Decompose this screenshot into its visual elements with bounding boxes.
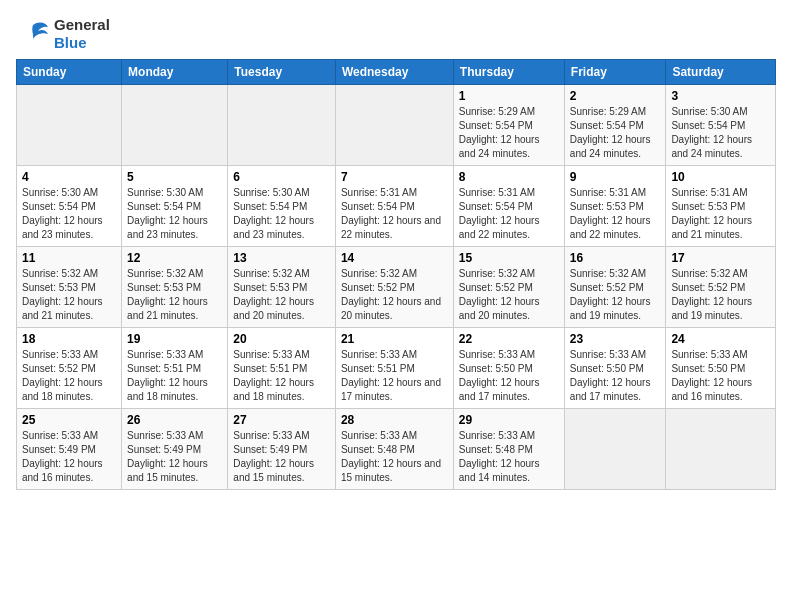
day-info: Sunrise: 5:30 AM Sunset: 5:54 PM Dayligh… [233, 186, 330, 242]
day-number: 29 [459, 413, 559, 427]
day-number: 7 [341, 170, 448, 184]
day-number: 28 [341, 413, 448, 427]
header-tuesday: Tuesday [228, 60, 336, 85]
calendar-cell: 18Sunrise: 5:33 AM Sunset: 5:52 PM Dayli… [17, 328, 122, 409]
calendar-cell: 26Sunrise: 5:33 AM Sunset: 5:49 PM Dayli… [122, 409, 228, 490]
calendar-cell: 24Sunrise: 5:33 AM Sunset: 5:50 PM Dayli… [666, 328, 776, 409]
calendar-cell: 9Sunrise: 5:31 AM Sunset: 5:53 PM Daylig… [564, 166, 666, 247]
day-number: 3 [671, 89, 770, 103]
calendar-cell [335, 85, 453, 166]
day-number: 6 [233, 170, 330, 184]
day-info: Sunrise: 5:32 AM Sunset: 5:53 PM Dayligh… [22, 267, 116, 323]
calendar-cell: 28Sunrise: 5:33 AM Sunset: 5:48 PM Dayli… [335, 409, 453, 490]
day-info: Sunrise: 5:33 AM Sunset: 5:50 PM Dayligh… [671, 348, 770, 404]
calendar-cell: 23Sunrise: 5:33 AM Sunset: 5:50 PM Dayli… [564, 328, 666, 409]
day-info: Sunrise: 5:33 AM Sunset: 5:48 PM Dayligh… [459, 429, 559, 485]
day-number: 27 [233, 413, 330, 427]
calendar-header-row: SundayMondayTuesdayWednesdayThursdayFrid… [17, 60, 776, 85]
calendar-cell: 21Sunrise: 5:33 AM Sunset: 5:51 PM Dayli… [335, 328, 453, 409]
day-info: Sunrise: 5:32 AM Sunset: 5:52 PM Dayligh… [459, 267, 559, 323]
page-header: General Blue [16, 16, 776, 51]
header-wednesday: Wednesday [335, 60, 453, 85]
calendar-cell: 11Sunrise: 5:32 AM Sunset: 5:53 PM Dayli… [17, 247, 122, 328]
calendar-cell: 29Sunrise: 5:33 AM Sunset: 5:48 PM Dayli… [453, 409, 564, 490]
header-thursday: Thursday [453, 60, 564, 85]
calendar-cell: 13Sunrise: 5:32 AM Sunset: 5:53 PM Dayli… [228, 247, 336, 328]
day-info: Sunrise: 5:29 AM Sunset: 5:54 PM Dayligh… [570, 105, 661, 161]
header-monday: Monday [122, 60, 228, 85]
day-info: Sunrise: 5:31 AM Sunset: 5:54 PM Dayligh… [341, 186, 448, 242]
day-number: 19 [127, 332, 222, 346]
day-number: 22 [459, 332, 559, 346]
logo-bird-icon [16, 17, 50, 51]
calendar-cell: 6Sunrise: 5:30 AM Sunset: 5:54 PM Daylig… [228, 166, 336, 247]
day-number: 21 [341, 332, 448, 346]
day-info: Sunrise: 5:31 AM Sunset: 5:54 PM Dayligh… [459, 186, 559, 242]
calendar-cell [17, 85, 122, 166]
calendar-cell: 14Sunrise: 5:32 AM Sunset: 5:52 PM Dayli… [335, 247, 453, 328]
day-number: 26 [127, 413, 222, 427]
day-info: Sunrise: 5:30 AM Sunset: 5:54 PM Dayligh… [671, 105, 770, 161]
day-info: Sunrise: 5:31 AM Sunset: 5:53 PM Dayligh… [570, 186, 661, 242]
day-info: Sunrise: 5:33 AM Sunset: 5:49 PM Dayligh… [127, 429, 222, 485]
day-number: 8 [459, 170, 559, 184]
calendar-cell [564, 409, 666, 490]
calendar-cell: 27Sunrise: 5:33 AM Sunset: 5:49 PM Dayli… [228, 409, 336, 490]
calendar-table: SundayMondayTuesdayWednesdayThursdayFrid… [16, 59, 776, 490]
day-info: Sunrise: 5:32 AM Sunset: 5:52 PM Dayligh… [570, 267, 661, 323]
day-number: 25 [22, 413, 116, 427]
week-row-2: 4Sunrise: 5:30 AM Sunset: 5:54 PM Daylig… [17, 166, 776, 247]
day-number: 15 [459, 251, 559, 265]
calendar-cell [122, 85, 228, 166]
day-info: Sunrise: 5:32 AM Sunset: 5:53 PM Dayligh… [127, 267, 222, 323]
day-number: 9 [570, 170, 661, 184]
day-info: Sunrise: 5:33 AM Sunset: 5:49 PM Dayligh… [233, 429, 330, 485]
week-row-4: 18Sunrise: 5:33 AM Sunset: 5:52 PM Dayli… [17, 328, 776, 409]
day-number: 24 [671, 332, 770, 346]
day-number: 5 [127, 170, 222, 184]
day-info: Sunrise: 5:31 AM Sunset: 5:53 PM Dayligh… [671, 186, 770, 242]
week-row-3: 11Sunrise: 5:32 AM Sunset: 5:53 PM Dayli… [17, 247, 776, 328]
calendar-cell: 4Sunrise: 5:30 AM Sunset: 5:54 PM Daylig… [17, 166, 122, 247]
day-info: Sunrise: 5:30 AM Sunset: 5:54 PM Dayligh… [22, 186, 116, 242]
day-number: 14 [341, 251, 448, 265]
day-info: Sunrise: 5:33 AM Sunset: 5:50 PM Dayligh… [459, 348, 559, 404]
day-number: 23 [570, 332, 661, 346]
calendar-cell: 3Sunrise: 5:30 AM Sunset: 5:54 PM Daylig… [666, 85, 776, 166]
day-number: 13 [233, 251, 330, 265]
calendar-cell: 16Sunrise: 5:32 AM Sunset: 5:52 PM Dayli… [564, 247, 666, 328]
day-info: Sunrise: 5:33 AM Sunset: 5:51 PM Dayligh… [341, 348, 448, 404]
day-info: Sunrise: 5:33 AM Sunset: 5:49 PM Dayligh… [22, 429, 116, 485]
day-number: 1 [459, 89, 559, 103]
calendar-cell: 25Sunrise: 5:33 AM Sunset: 5:49 PM Dayli… [17, 409, 122, 490]
week-row-5: 25Sunrise: 5:33 AM Sunset: 5:49 PM Dayli… [17, 409, 776, 490]
calendar-cell [666, 409, 776, 490]
calendar-cell: 20Sunrise: 5:33 AM Sunset: 5:51 PM Dayli… [228, 328, 336, 409]
day-number: 11 [22, 251, 116, 265]
week-row-1: 1Sunrise: 5:29 AM Sunset: 5:54 PM Daylig… [17, 85, 776, 166]
calendar-cell: 2Sunrise: 5:29 AM Sunset: 5:54 PM Daylig… [564, 85, 666, 166]
day-info: Sunrise: 5:29 AM Sunset: 5:54 PM Dayligh… [459, 105, 559, 161]
header-sunday: Sunday [17, 60, 122, 85]
day-number: 17 [671, 251, 770, 265]
calendar-cell: 8Sunrise: 5:31 AM Sunset: 5:54 PM Daylig… [453, 166, 564, 247]
calendar-cell: 19Sunrise: 5:33 AM Sunset: 5:51 PM Dayli… [122, 328, 228, 409]
day-info: Sunrise: 5:33 AM Sunset: 5:52 PM Dayligh… [22, 348, 116, 404]
day-info: Sunrise: 5:33 AM Sunset: 5:48 PM Dayligh… [341, 429, 448, 485]
logo-general: General [54, 16, 110, 33]
calendar-cell: 5Sunrise: 5:30 AM Sunset: 5:54 PM Daylig… [122, 166, 228, 247]
calendar-cell: 12Sunrise: 5:32 AM Sunset: 5:53 PM Dayli… [122, 247, 228, 328]
day-info: Sunrise: 5:30 AM Sunset: 5:54 PM Dayligh… [127, 186, 222, 242]
day-info: Sunrise: 5:33 AM Sunset: 5:50 PM Dayligh… [570, 348, 661, 404]
header-friday: Friday [564, 60, 666, 85]
calendar-cell: 7Sunrise: 5:31 AM Sunset: 5:54 PM Daylig… [335, 166, 453, 247]
day-number: 2 [570, 89, 661, 103]
day-number: 10 [671, 170, 770, 184]
header-saturday: Saturday [666, 60, 776, 85]
day-number: 16 [570, 251, 661, 265]
calendar-cell [228, 85, 336, 166]
day-number: 12 [127, 251, 222, 265]
calendar-cell: 22Sunrise: 5:33 AM Sunset: 5:50 PM Dayli… [453, 328, 564, 409]
calendar-cell: 15Sunrise: 5:32 AM Sunset: 5:52 PM Dayli… [453, 247, 564, 328]
calendar-cell: 1Sunrise: 5:29 AM Sunset: 5:54 PM Daylig… [453, 85, 564, 166]
